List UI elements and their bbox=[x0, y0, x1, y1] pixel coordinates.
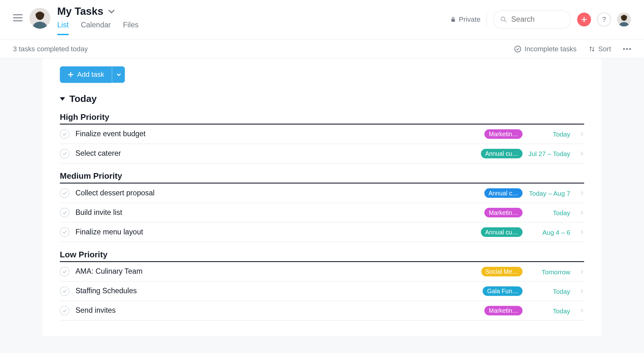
global-add-button[interactable] bbox=[577, 13, 591, 26]
search-input[interactable] bbox=[511, 15, 564, 24]
complete-checkbox[interactable] bbox=[60, 267, 69, 276]
task-title: Send invites bbox=[75, 306, 485, 315]
task-row[interactable]: Build invite listMarketin…Today bbox=[60, 203, 584, 222]
section-title: Today bbox=[69, 93, 97, 104]
svg-rect-3 bbox=[452, 19, 455, 22]
search-icon bbox=[500, 16, 507, 24]
chevron-right-icon[interactable] bbox=[580, 191, 584, 195]
complete-checkbox[interactable] bbox=[60, 286, 69, 296]
main-area: Add task Today High PriorityFinalize eve… bbox=[0, 59, 644, 353]
task-row[interactable]: Collect dessert proposalAnnual c…Today –… bbox=[60, 183, 584, 203]
sort-button[interactable]: Sort bbox=[589, 45, 611, 53]
task-title: Staffing Schedules bbox=[75, 287, 483, 296]
task-date: Today bbox=[527, 130, 570, 137]
header-right: Private ? bbox=[450, 10, 631, 29]
priority-header[interactable]: Low Priority bbox=[60, 250, 584, 262]
privacy-label: Private bbox=[459, 16, 480, 24]
check-icon bbox=[62, 190, 67, 196]
chevron-right-icon[interactable] bbox=[580, 269, 584, 274]
task-meta: Annual cu…Jul 27 – Today bbox=[481, 149, 584, 158]
project-pill[interactable]: Annual cu… bbox=[481, 149, 523, 158]
project-avatar[interactable] bbox=[30, 8, 50, 29]
svg-point-4 bbox=[501, 17, 505, 21]
check-icon bbox=[62, 269, 67, 274]
list-toolbar: 3 tasks completed today Incomplete tasks… bbox=[0, 40, 644, 59]
task-row[interactable]: Finalize menu layoutAnnual cu…Aug 4 – 6 bbox=[60, 222, 584, 242]
complete-checkbox[interactable] bbox=[60, 208, 69, 217]
filter-incomplete[interactable]: Incomplete tasks bbox=[514, 45, 577, 53]
collapse-triangle-icon[interactable] bbox=[60, 97, 65, 101]
project-pill[interactable]: Marketin… bbox=[485, 208, 523, 217]
add-task-button[interactable]: Add task bbox=[60, 66, 112, 83]
lock-icon bbox=[450, 16, 456, 22]
task-title: Finalize menu layout bbox=[75, 228, 481, 237]
chevron-right-icon[interactable] bbox=[580, 289, 584, 293]
check-icon bbox=[62, 132, 67, 137]
task-list-card: Add task Today High PriorityFinalize eve… bbox=[42, 59, 602, 336]
divider bbox=[486, 13, 487, 26]
task-title: AMA: Culinary Team bbox=[75, 267, 481, 276]
task-row[interactable]: Finalize event budgetMarketin…Today bbox=[60, 125, 584, 144]
section-header[interactable]: Today bbox=[60, 93, 584, 104]
task-meta: Social Me…Tomorrow bbox=[481, 267, 584, 276]
task-meta: Marketin…Today bbox=[485, 208, 584, 217]
more-actions-icon[interactable] bbox=[623, 48, 631, 50]
chevron-right-icon[interactable] bbox=[580, 210, 584, 215]
task-date: Today bbox=[527, 307, 570, 314]
complete-checkbox[interactable] bbox=[60, 306, 69, 315]
chevron-right-icon[interactable] bbox=[580, 151, 584, 156]
add-task-group: Add task bbox=[60, 66, 584, 83]
priority-header[interactable]: High Priority bbox=[60, 112, 584, 125]
project-pill[interactable]: Marketin… bbox=[485, 306, 523, 315]
chevron-down-icon[interactable] bbox=[108, 8, 114, 14]
complete-checkbox[interactable] bbox=[60, 149, 69, 158]
complete-checkbox[interactable] bbox=[60, 227, 69, 237]
plus-icon bbox=[68, 72, 74, 78]
priority-header[interactable]: Medium Priority bbox=[60, 171, 584, 184]
project-pill[interactable]: Marketin… bbox=[485, 129, 523, 139]
chevron-right-icon[interactable] bbox=[580, 132, 584, 136]
project-pill[interactable]: Annual cu… bbox=[481, 227, 523, 237]
task-row[interactable]: Staffing SchedulesGala Fun…Today bbox=[60, 282, 584, 301]
project-pill[interactable]: Gala Fun… bbox=[483, 286, 522, 296]
chevron-down-icon bbox=[117, 72, 121, 77]
task-date: Aug 4 – 6 bbox=[527, 228, 570, 236]
task-row[interactable]: AMA: Culinary TeamSocial Me…Tomorrow bbox=[60, 262, 584, 282]
task-title: Collect dessert proposal bbox=[75, 189, 484, 198]
task-date: Tomorrow bbox=[527, 268, 570, 275]
help-button[interactable]: ? bbox=[597, 13, 611, 26]
hamburger-menu-icon[interactable] bbox=[13, 13, 22, 22]
task-title: Finalize event budget bbox=[75, 130, 485, 138]
chevron-right-icon[interactable] bbox=[580, 308, 584, 313]
task-row[interactable]: Send invitesMarketin…Today bbox=[60, 301, 584, 321]
sort-icon bbox=[589, 46, 595, 52]
task-date: Today – Aug 7 bbox=[527, 189, 570, 197]
add-task-dropdown[interactable] bbox=[112, 66, 125, 83]
chevron-right-icon[interactable] bbox=[580, 230, 584, 234]
check-circle-icon bbox=[514, 46, 521, 53]
task-title: Build invite list bbox=[75, 208, 485, 217]
page-title: My Tasks bbox=[57, 5, 103, 18]
tab-calendar[interactable]: Calendar bbox=[81, 21, 111, 35]
task-row[interactable]: Select catererAnnual cu…Jul 27 – Today bbox=[60, 144, 584, 164]
user-avatar[interactable] bbox=[617, 13, 631, 26]
complete-checkbox[interactable] bbox=[60, 129, 69, 139]
task-meta: Annual c…Today – Aug 7 bbox=[484, 188, 584, 198]
check-icon bbox=[62, 210, 67, 215]
search-box[interactable] bbox=[493, 10, 571, 29]
task-date: Jul 27 – Today bbox=[527, 150, 570, 157]
check-icon bbox=[62, 308, 67, 313]
title-block: My Tasks List Calendar Files bbox=[57, 5, 443, 35]
complete-checkbox[interactable] bbox=[60, 188, 69, 198]
tab-files[interactable]: Files bbox=[123, 21, 139, 35]
app-header: My Tasks List Calendar Files Private ? bbox=[0, 0, 644, 40]
task-date: Today bbox=[527, 209, 570, 216]
project-pill[interactable]: Annual c… bbox=[484, 188, 523, 198]
task-meta: Marketin…Today bbox=[485, 306, 584, 315]
project-pill[interactable]: Social Me… bbox=[481, 267, 523, 276]
tab-list[interactable]: List bbox=[57, 21, 69, 35]
privacy-indicator[interactable]: Private bbox=[450, 16, 480, 24]
task-date: Today bbox=[527, 288, 570, 295]
task-meta: Marketin…Today bbox=[485, 129, 584, 139]
plus-icon bbox=[581, 16, 587, 22]
